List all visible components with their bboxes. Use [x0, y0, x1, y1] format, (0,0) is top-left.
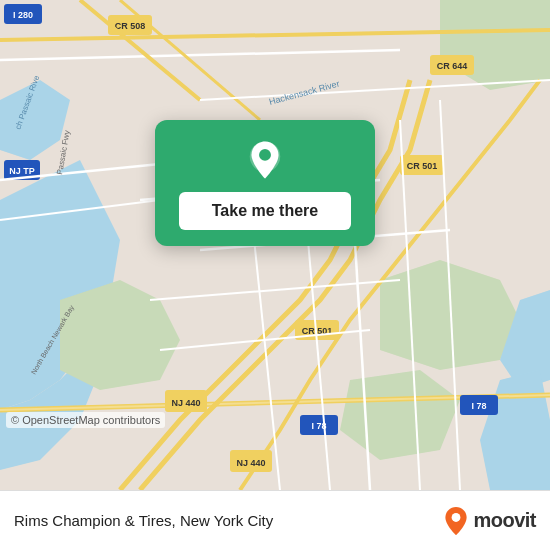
svg-text:NJ 440: NJ 440: [171, 398, 200, 408]
moovit-logo: moovit: [443, 506, 536, 536]
bottom-bar: Rims Champion & Tires, New York City moo…: [0, 490, 550, 550]
take-me-there-button[interactable]: Take me there: [179, 192, 351, 230]
svg-text:I 78: I 78: [471, 401, 486, 411]
svg-point-53: [259, 149, 271, 161]
moovit-pin-icon: [443, 506, 469, 536]
svg-text:CR 501: CR 501: [407, 161, 438, 171]
svg-text:CR 508: CR 508: [115, 21, 146, 31]
svg-text:NJ 440: NJ 440: [236, 458, 265, 468]
svg-text:CR 644: CR 644: [437, 61, 468, 71]
map-popup: Take me there: [155, 120, 375, 246]
map-container: NJ 440 NJ 440 I 78 I 78 CR 501 CR 501 CR…: [0, 0, 550, 490]
svg-point-54: [452, 513, 461, 522]
osm-credit: © OpenStreetMap contributors: [6, 412, 165, 428]
moovit-text: moovit: [473, 509, 536, 532]
location-pin-icon: [243, 138, 287, 182]
place-name: Rims Champion & Tires, New York City: [14, 512, 273, 529]
svg-text:I 280: I 280: [13, 10, 33, 20]
svg-text:NJ TP: NJ TP: [9, 166, 35, 176]
